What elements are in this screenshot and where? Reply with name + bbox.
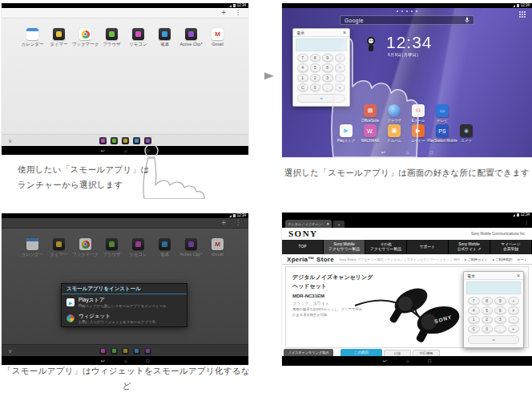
utility-link[interactable]: ▸ ご利用規約 [493, 257, 512, 261]
tab-specs[interactable]: 仕様 [384, 350, 411, 356]
apps-grid-icon[interactable] [519, 11, 526, 18]
favorite-app-icon[interactable] [111, 347, 118, 355]
overflow-menu-icon[interactable]: ⋮ [235, 10, 241, 16]
favorite-app-icon[interactable] [99, 137, 107, 144]
small-app-item[interactable]: Gmail [204, 28, 231, 47]
calculator-key[interactable]: × [335, 63, 346, 71]
calculator-key[interactable]: 2 [482, 316, 494, 324]
equals-key[interactable]: = [468, 335, 519, 344]
tab-this-product[interactable]: この商品 [341, 349, 382, 356]
small-app-item[interactable]: カレンダー [19, 28, 46, 47]
small-app-item[interactable]: 電卓 [151, 28, 178, 47]
store-nav-item[interactable]: マイページ 会員登録 [490, 240, 532, 254]
tab-close-icon[interactable]: × [326, 221, 329, 226]
close-icon[interactable]: × [517, 273, 520, 278]
calculator-key[interactable]: 0 [482, 325, 494, 333]
browser-menu-icon[interactable]: ⋮ [524, 220, 529, 225]
calculator-key[interactable]: 1 [297, 74, 308, 82]
small-app-item[interactable]: ブックマーク [72, 28, 99, 47]
calculator-key[interactable]: 6 [494, 306, 506, 314]
store-nav-item[interactable]: Sony Mobile 公式サイト ↗ [449, 240, 490, 254]
calculator-key[interactable]: 8 [310, 54, 321, 62]
browser-tab[interactable]: デジタルノイズキャンセ... × [285, 220, 332, 228]
recent-apps-button[interactable]: □ [147, 359, 150, 363]
home-app-item[interactable]: W. WALKMAN [358, 124, 382, 143]
home-app-item[interactable]: PS PlayStation Mobile [430, 124, 454, 143]
category-button[interactable]: ノイズキャンセリング製品 [284, 349, 333, 356]
small-app-item[interactable]: 電卓 [151, 238, 178, 257]
calculator-key[interactable]: 8 [482, 297, 494, 305]
calculator-key[interactable]: 5 [310, 63, 321, 71]
calculator-key[interactable]: - [335, 74, 346, 82]
add-small-app-button[interactable]: + [221, 9, 226, 17]
overflow-menu-icon[interactable]: ⋮ [235, 220, 241, 226]
home-button[interactable]: ⌂ [406, 359, 409, 363]
calculator-key[interactable]: ÷ [335, 54, 346, 62]
calculator-key[interactable]: 3 [322, 74, 333, 82]
tab-compatible[interactable]: 対応機種 [413, 350, 440, 356]
recent-apps-button[interactable]: □ [430, 150, 433, 155]
favorite-app-icon[interactable] [122, 137, 129, 144]
favorite-app-icon[interactable] [133, 347, 140, 355]
store-nav-item[interactable]: Sony Mobile アクセサリー製品 [324, 240, 365, 254]
close-icon[interactable]: × [343, 30, 346, 35]
small-app-item[interactable]: タイマー [46, 238, 72, 257]
calculator-small-app[interactable]: 電卓 × 789÷456×123-C0.+ = [292, 28, 350, 107]
add-small-app-button[interactable]: + [221, 219, 226, 227]
store-nav-item[interactable]: サポート [407, 240, 449, 254]
home-app-item[interactable]: ▣ アルバム [382, 124, 406, 143]
favorite-app-icon[interactable] [133, 137, 140, 144]
favorite-app-icon[interactable] [122, 347, 129, 355]
dialog-option[interactable]: ウィジェット お気に入りのウィジェットをスモールアプリ化 [62, 310, 187, 326]
home-button[interactable]: ⌂ [124, 359, 127, 363]
calculator-key[interactable]: 4 [468, 306, 480, 314]
small-app-item[interactable]: ブラウザ [99, 238, 125, 257]
favorite-app-icon[interactable] [144, 347, 151, 355]
calculator-key[interactable]: × [508, 306, 520, 314]
back-button[interactable]: ↩ [101, 148, 105, 153]
utility-link[interactable]: カート [517, 257, 527, 261]
calculator-titlebar[interactable]: 電卓 × [293, 29, 349, 37]
small-app-item[interactable]: タイマー [46, 28, 72, 47]
calculator-key[interactable]: + [508, 325, 520, 333]
calculator-key[interactable]: 4 [297, 63, 308, 71]
calculator-key[interactable]: - [508, 316, 520, 324]
calculator-key[interactable]: 5 [482, 306, 494, 314]
calculator-key[interactable]: 3 [494, 316, 506, 324]
calculator-small-app[interactable]: 電卓 × 789÷456×123-C0.+ = [463, 271, 524, 348]
favorite-app-icon[interactable] [99, 347, 107, 355]
collapse-chevron-icon[interactable]: ∨ [8, 138, 12, 144]
back-button[interactable]: ↩ [383, 359, 387, 363]
favorite-app-icon[interactable] [111, 137, 118, 144]
calculator-key[interactable]: 7 [297, 54, 308, 62]
back-button[interactable]: ↩ [101, 359, 105, 363]
equals-key[interactable]: = [297, 94, 345, 103]
home-app-item[interactable]: ✉ Eメール [406, 104, 430, 123]
calculator-key[interactable]: 9 [322, 54, 333, 62]
home-app-item[interactable]: ▭ テレビ [430, 104, 454, 123]
small-app-item[interactable]: ブラウザ [99, 28, 125, 47]
back-button[interactable]: ↩ [381, 150, 385, 155]
calculator-key[interactable]: + [335, 83, 346, 91]
new-tab-button[interactable]: + [333, 221, 345, 228]
calculator-key[interactable]: C [468, 325, 480, 333]
calculator-key[interactable]: 1 [468, 316, 480, 324]
calculator-key[interactable]: C [297, 83, 308, 91]
calculator-titlebar[interactable]: 電卓 × [464, 272, 523, 280]
small-app-item[interactable]: リモコン [125, 238, 151, 257]
collapse-chevron-icon[interactable]: ∨ [8, 348, 12, 354]
small-app-item[interactable]: カレンダー [19, 238, 46, 257]
store-nav-item[interactable]: TOP [282, 240, 324, 254]
home-app-item[interactable]: ◉ カメラ [454, 124, 478, 143]
calculator-key[interactable]: 0 [310, 83, 321, 91]
store-nav-item[interactable]: その他 アクセサリー製品 [365, 240, 407, 254]
google-search-bar[interactable]: Google [340, 15, 474, 25]
home-button[interactable]: ⌂ [406, 150, 409, 155]
home-app-item[interactable]: ▶ Playストア [334, 124, 358, 143]
mic-icon[interactable] [465, 17, 470, 23]
calculator-key[interactable]: 9 [494, 297, 506, 305]
calculator-key[interactable]: ÷ [508, 297, 520, 305]
calculator-key[interactable]: 6 [322, 63, 333, 71]
favorite-app-icon[interactable] [144, 137, 151, 144]
small-app-item[interactable]: Active Clip* [178, 28, 204, 47]
